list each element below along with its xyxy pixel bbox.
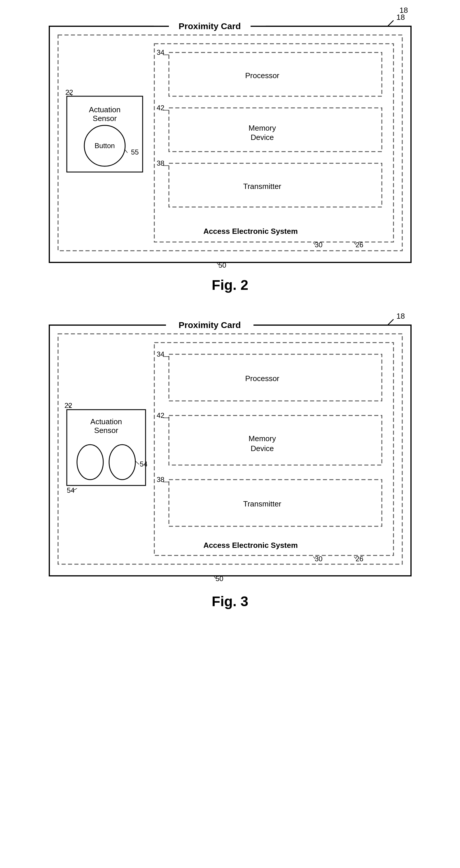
aes-title-fig3: Access Electronic System <box>203 541 298 550</box>
actuation-label-fig2: Actuation <box>89 105 120 114</box>
transmitter-label-fig2: Transmitter <box>243 182 281 191</box>
ref-54a-fig3: 54 <box>140 460 148 468</box>
ref-42-fig2: 42 <box>157 104 164 112</box>
ref-55-fig2: 55 <box>131 148 139 156</box>
fig2-svg: 18 _______________________ Proximity Car… <box>40 12 420 274</box>
actuation-label-fig3: Actuation <box>90 417 122 426</box>
button-label-fig2: Button <box>94 142 115 150</box>
ref-42-fig3: 42 <box>157 411 164 419</box>
ref-26-fig3: 26 <box>356 555 363 563</box>
ref-30-fig3: 30 <box>315 555 323 563</box>
figure-3-diagram: 18 Proximity Card 22 Actuation Sensor 54 <box>40 311 420 590</box>
processor-label-fig2: Processor <box>245 71 279 80</box>
figure-2-container: 18 18 _______________________ Proximity … <box>18 12 442 293</box>
processor-label-fig3: Processor <box>245 374 279 383</box>
fig2-caption: Fig. 2 <box>212 277 248 293</box>
memory-label2-fig2: Device <box>251 133 274 142</box>
memory-label1-fig3: Memory <box>248 434 276 443</box>
ref-50-fig3: 50 <box>216 575 223 583</box>
ref-18-text: 18 <box>400 6 408 14</box>
ref-50-fig2: 50 <box>218 261 226 269</box>
ref-26-fig2: 26 <box>356 241 363 249</box>
ref-38-fig3: 38 <box>157 475 164 484</box>
ref-22-fig2: 22 <box>65 88 73 96</box>
ref-34-fig2: 34 <box>157 49 164 56</box>
fig3-caption: Fig. 3 <box>212 593 248 609</box>
ref-34-fig3: 34 <box>157 350 164 358</box>
ref-38-fig2: 38 <box>157 159 164 167</box>
sensor-label-fig3: Sensor <box>94 426 118 435</box>
figure-3-container: 18 Proximity Card 22 Actuation Sensor 54 <box>18 311 442 609</box>
memory-label2-fig3: Device <box>251 444 274 453</box>
transmitter-label-fig3: Transmitter <box>243 499 281 508</box>
svg-point-17 <box>77 445 103 479</box>
proximity-card-title-fig3: Proximity Card <box>179 320 241 330</box>
aes-title-fig2: Access Electronic System <box>203 227 298 236</box>
proximity-card-title-fig2: Proximity Card <box>179 21 241 31</box>
sensor-label-fig2: Sensor <box>92 114 117 123</box>
ref-18-label-fig2: 18 <box>400 6 408 15</box>
ref-22-fig3: 22 <box>64 402 72 409</box>
ref-30-fig2: 30 <box>315 241 323 249</box>
ref-18-fig3: 18 <box>396 312 405 320</box>
fig3-svg: 18 Proximity Card 22 Actuation Sensor 54 <box>40 311 420 590</box>
memory-label1-fig2: Memory <box>248 124 276 132</box>
svg-point-18 <box>109 445 135 479</box>
figure-2-diagram: 18 18 _______________________ Proximity … <box>40 12 420 274</box>
